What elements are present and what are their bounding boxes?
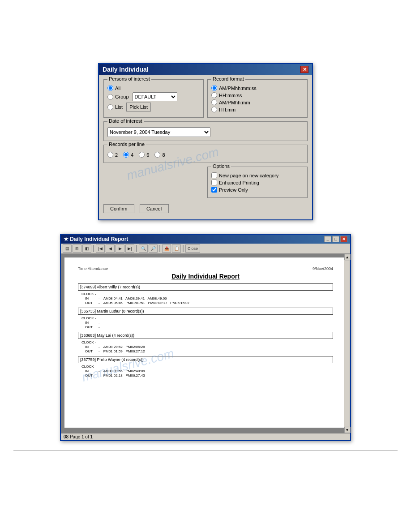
window-close-button[interactable]: ✕ [340,236,347,242]
in-label-0: IN [85,296,95,300]
out-label-1: OUT [85,325,95,329]
date-select[interactable]: November 9, 2004 Tuesday [107,127,210,137]
radio-rpl-6[interactable] [139,152,145,158]
report-title-text: ★ Daily Individual Report [64,236,128,242]
radio-list[interactable] [107,104,113,110]
in-times-3: AM08:39:56 PM02:40:09 [103,369,145,373]
statusbar-text: 08 Page 1 of 1 [64,434,93,439]
radio-ampm-hh-mm-ss[interactable] [211,85,217,91]
persons-group-title: Persons of interest [107,76,151,82]
radio-rpl-8-label: 8 [162,152,165,158]
checkbox-enhanced[interactable] [211,180,217,185]
employee-3-out: OUT - PM01:02:18 PM06:27:43 [85,373,333,378]
tb-sep-2 [136,245,137,252]
scroll-thumb[interactable] [345,261,350,426]
report-header: Time Attendance 9/Nov/2004 [78,266,333,271]
tb-next-btn[interactable]: ▶ [116,245,124,253]
radio-rpl-2[interactable] [107,152,113,158]
persons-group-content: All Group DEFAULT List Pick List [107,85,200,112]
confirm-button[interactable]: Confirm [103,204,134,213]
cancel-button[interactable]: Cancel [140,204,169,213]
rf-ampm-hh-mm-ss-row: AM/PMhh:mm:ss [211,85,304,91]
scroll-up[interactable]: ▲ [344,254,351,260]
bottom-section: Options New page on new category Enhance… [103,167,308,198]
tb-search-btn[interactable]: 🔎 [149,245,158,253]
in-dash-0: - [98,296,100,300]
tb-prev-btn[interactable]: ◀ [106,245,115,253]
rpl-2-row: 2 [107,152,118,158]
employee-3-in: IN - AM08:39:56 PM02:40:09 [85,369,333,373]
in-label-2: IN [85,345,95,349]
persons-of-interest-group: Persons of interest All Group DEFAULT [103,79,204,118]
dialog-body: Persons of interest All Group DEFAULT [99,75,312,219]
report-window: ★ Daily Individual Report _ □ ✕ ▤ ⊞ ◧ |◀… [60,234,351,441]
radio-hh-mm-label: HH:mm [219,107,235,112]
minimize-button[interactable]: _ [324,236,331,242]
new-page-label: New page on new category [219,173,278,178]
employee-3-header: [367759] Philip Wayne (4 record(s)) [78,356,333,363]
in-dash-2: - [98,345,100,349]
scroll-down[interactable]: ▼ [344,427,351,433]
rf-ampm-hh-mm-row: AM/PMhh:mm [211,99,304,105]
employee-2-in: IN - AM08:29:52 PM02:05:29 [85,345,333,349]
in-dash-1: - [98,321,100,325]
employee-0-header: [374099] Albert Willy (7 record(s)) [78,283,333,291]
radio-rpl-4-label: 4 [131,152,133,158]
preview-row: Preview Only [211,187,304,193]
maximize-button[interactable]: □ [332,236,339,242]
out-times-2: PM01:01:59 PM06:27:12 [103,349,145,353]
report-main-title: Daily Individual Report [78,273,333,280]
rpl-8-row: 8 [154,152,165,158]
employee-2-clock: CLOCK - [81,340,333,344]
daily-individual-dialog: Daily Individual ✕ Persons of interest A… [98,63,313,220]
employee-record-3: [367759] Philip Wayne (4 record(s)) CLOC… [78,356,333,378]
radio-all[interactable] [107,85,113,91]
rf-hh-mm-row: HH:mm [211,107,304,112]
options-group: Options New page on new category Enhance… [207,167,308,198]
tb-export-btn[interactable]: 📤 [162,245,171,253]
record-format-content: AM/PMhh:mm:ss HH:mm:ss AM/PMhh:mm HH:mm [211,85,304,112]
tb-last-btn[interactable]: ▶| [125,245,134,253]
group-select[interactable]: DEFAULT [133,92,177,101]
tb-page-btn[interactable]: ▤ [63,245,72,253]
radio-rpl-2-label: 2 [115,152,118,158]
bottom-divider [13,450,398,450]
radio-hh-mm-ss-label: HH:mm:ss [219,93,242,98]
checkbox-new-page[interactable] [211,172,217,178]
tb-layout-btn[interactable]: ⊞ [73,245,81,253]
scrollbar[interactable]: ▲ ▼ [344,254,350,433]
records-row: 2 4 6 8 [107,150,304,159]
radio-hh-mm[interactable] [211,107,217,112]
in-dash-3: - [98,369,100,373]
empty-left [103,167,204,198]
new-page-row: New page on new category [211,172,304,178]
radio-group-row: Group DEFAULT [107,92,200,101]
date-select-row: November 9, 2004 Tuesday [107,127,304,137]
tb-zoom-btn[interactable]: 🔍 [139,245,148,253]
tb-print-btn[interactable]: ◧ [82,245,91,253]
top-divider [13,54,398,54]
tb-first-btn[interactable]: |◀ [96,245,105,253]
radio-rpl-4[interactable] [123,152,129,158]
radio-ampm-hh-mm[interactable] [211,99,217,105]
employee-0-out: OUT - AM05:35:45 PM01:01:51 PM02:02:17 P… [85,301,333,305]
radio-rpl-8[interactable] [154,152,160,158]
employee-record-1: [365735] Martin Luthur (0 record(s)) CLO… [78,308,333,329]
dialog-close-button[interactable]: ✕ [300,66,308,73]
tb-copy-btn[interactable]: 📋 [172,245,181,253]
employee-2-header: [363683] May Lai (4 record(s)) [78,332,333,339]
enhanced-label: Enhanced Printing [219,180,259,185]
out-label-3: OUT [85,373,95,378]
checkbox-preview[interactable] [211,187,217,193]
radio-group[interactable] [107,94,113,100]
out-dash-3: - [98,373,100,378]
report-content-area: Time Attendance 9/Nov/2004 Daily Individ… [61,254,350,433]
tb-close-btn[interactable]: Close [185,245,200,253]
rpl-4-row: 4 [123,152,133,158]
employee-1-out: OUT - [85,325,333,329]
employee-1-header: [365735] Martin Luthur (0 record(s)) [78,308,333,315]
employee-0-clock: CLOCK - [81,292,333,296]
pick-list-button[interactable]: Pick List [126,103,151,112]
radio-hh-mm-ss[interactable] [211,92,217,98]
radio-all-label: All [115,86,120,91]
